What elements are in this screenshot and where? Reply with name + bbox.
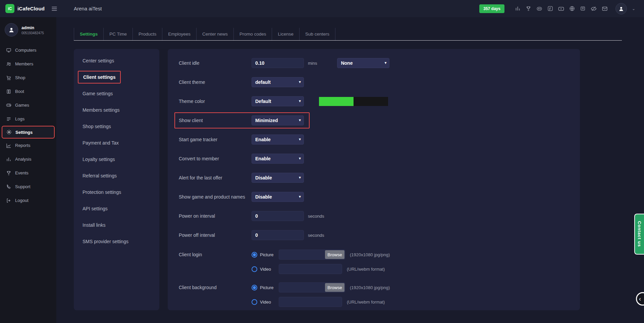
row-client-background: Client background Picture Browse (1920x1…	[179, 282, 580, 307]
settings-nav-referral-settings[interactable]: Referral settings	[83, 167, 159, 184]
settings-nav-center-settings[interactable]: Center settings	[83, 52, 159, 69]
row-power-off-interval: Power off interval seconds	[179, 230, 580, 240]
sidebar-item-computers[interactable]: Computers	[0, 43, 56, 57]
row-convert-to-member: Convert to member Enable	[179, 154, 580, 164]
settings-nav-payment-and-tax[interactable]: Payment and Tax	[83, 134, 159, 151]
settings-nav-shop-settings[interactable]: Shop settings	[83, 118, 159, 134]
convert-to-member-label: Convert to member	[179, 156, 252, 161]
sidebar-user-name: admin	[21, 25, 44, 30]
tab-sub-centers[interactable]: Sub centers	[300, 28, 335, 40]
license-days-badge: 357 days	[479, 4, 504, 13]
brand-logo[interactable]: iC iCafeCloud	[0, 4, 47, 13]
alert-last-offer-select[interactable]: Disable	[252, 173, 304, 183]
eye-icon[interactable]	[591, 6, 597, 12]
sidebar-item-boot[interactable]: Boot	[0, 85, 56, 98]
client-idle-unit: mins	[308, 61, 317, 66]
client-background-picture-option: Picture	[260, 285, 279, 290]
power-on-interval-unit: seconds	[308, 214, 324, 219]
sidebar-item-reports[interactable]: Reports	[0, 139, 56, 152]
theme-color-select[interactable]: Default	[252, 96, 304, 106]
tab-center-news[interactable]: Center news	[197, 28, 234, 40]
news-icon[interactable]	[580, 6, 586, 11]
trophy-icon[interactable]	[526, 6, 531, 11]
client-idle-action-select-wrap: None	[337, 58, 389, 68]
sidebar-item-shop[interactable]: Shop	[0, 71, 56, 85]
members-icon	[6, 61, 11, 67]
sidebar: admin 005193482475 Computers Members Sho…	[0, 17, 56, 323]
row-alert-last-offer: Alert for the last offer Disable	[179, 173, 580, 183]
settings-nav-protection-settings[interactable]: Protection settings	[83, 184, 159, 200]
client-login-picture-radio[interactable]	[252, 252, 257, 258]
power-off-interval-input[interactable]	[252, 230, 304, 240]
sidebar-item-logs[interactable]: Logs	[0, 112, 56, 126]
tab-employees[interactable]: Employees	[162, 28, 197, 40]
client-login-browse-button[interactable]: Browse	[325, 250, 344, 259]
client-background-picture-radio[interactable]	[252, 285, 257, 290]
settings-nav-sms-provider-settings[interactable]: SMS provider settings	[83, 233, 159, 250]
client-background-label: Client background	[179, 282, 252, 290]
logout-icon	[6, 198, 11, 203]
show-client-select[interactable]: Minimized	[252, 115, 304, 125]
sidebar-item-settings[interactable]: Settings	[2, 126, 55, 139]
client-idle-input[interactable]	[252, 58, 304, 68]
main-content: Settings PC Time Products Employees Cent…	[56, 17, 644, 323]
contact-us-button[interactable]: Contact us	[634, 214, 644, 255]
settings-nav-members-settings[interactable]: Members settings	[83, 102, 159, 118]
topbar: iC iCafeCloud Arena aiTest 357 days ⌄	[0, 0, 644, 17]
row-client-idle: Client idle mins None	[179, 58, 580, 68]
sidebar-item-support[interactable]: Support	[0, 180, 56, 194]
settings-nav-install-links[interactable]: Install links	[83, 217, 159, 233]
client-theme-select[interactable]: default	[252, 77, 304, 87]
sidebar-item-analysis[interactable]: Analysis	[0, 152, 56, 166]
avatar-chevron-down-icon[interactable]: ⌄	[632, 6, 635, 11]
settings-nav-client-settings[interactable]: Client settings	[83, 69, 159, 85]
show-client-label: Show client	[179, 118, 252, 123]
user-avatar[interactable]	[615, 3, 627, 14]
globe-icon[interactable]	[569, 6, 575, 11]
stats-icon[interactable]	[515, 6, 521, 11]
sidebar-item-events[interactable]: Events	[0, 166, 56, 180]
hamburger-menu-icon[interactable]	[51, 5, 58, 12]
convert-to-member-select[interactable]: Enable	[252, 154, 304, 164]
sidebar-user-block[interactable]: admin 005193482475	[0, 17, 56, 43]
boot-icon	[6, 89, 11, 94]
sidebar-item-logout[interactable]: Logout	[0, 194, 56, 207]
client-idle-action-select[interactable]: None	[337, 58, 389, 68]
facebook-icon[interactable]	[547, 6, 553, 11]
settings-nav-api-settings[interactable]: API settings	[83, 200, 159, 217]
client-background-browse-button[interactable]: Browse	[325, 283, 344, 292]
mail-icon[interactable]	[602, 6, 608, 12]
settings-nav-game-settings[interactable]: Game settings	[83, 85, 159, 102]
theme-color-preview	[319, 97, 388, 106]
topbar-actions: 357 days ⌄	[479, 3, 644, 14]
sidebar-item-games[interactable]: Games	[0, 98, 56, 112]
center-title: Arena aiTest	[74, 6, 102, 11]
client-login-picture-option: Picture	[260, 252, 279, 257]
reports-icon	[6, 143, 11, 148]
alert-last-offer-label: Alert for the last offer	[179, 175, 252, 180]
settings-nav-loyalty-settings[interactable]: Loyalty settings	[83, 151, 159, 167]
client-login-video-input[interactable]	[279, 264, 342, 274]
client-background-picture-hint: (1920x1080 jpg/png)	[350, 285, 390, 290]
theme-color-label: Theme color	[179, 99, 252, 104]
power-on-interval-input[interactable]	[252, 211, 304, 221]
phone-icon	[6, 184, 11, 190]
tab-license[interactable]: License	[272, 28, 300, 40]
youtube-icon[interactable]	[558, 6, 564, 12]
tab-settings[interactable]: Settings	[74, 28, 104, 40]
client-background-video-radio[interactable]	[252, 299, 257, 305]
tab-pc-time[interactable]: PC Time	[104, 28, 133, 40]
tab-promo-codes[interactable]: Promo codes	[234, 28, 272, 40]
sidebar-user-id: 005193482475	[21, 31, 44, 35]
client-background-video-input[interactable]	[279, 297, 342, 307]
discord-icon[interactable]	[536, 6, 542, 12]
show-game-product-names-select[interactable]: Disable	[252, 192, 304, 202]
sidebar-item-members[interactable]: Members	[0, 57, 56, 71]
start-game-tracker-select[interactable]: Enable	[252, 134, 304, 145]
tab-products[interactable]: Products	[133, 28, 162, 40]
client-login-video-radio[interactable]	[252, 266, 257, 272]
brand-name: iCafeCloud	[17, 6, 45, 11]
brand-logo-icon: iC	[5, 4, 14, 13]
start-game-tracker-label: Start game tracker	[179, 137, 252, 142]
row-power-on-interval: Power on interval seconds	[179, 211, 580, 221]
